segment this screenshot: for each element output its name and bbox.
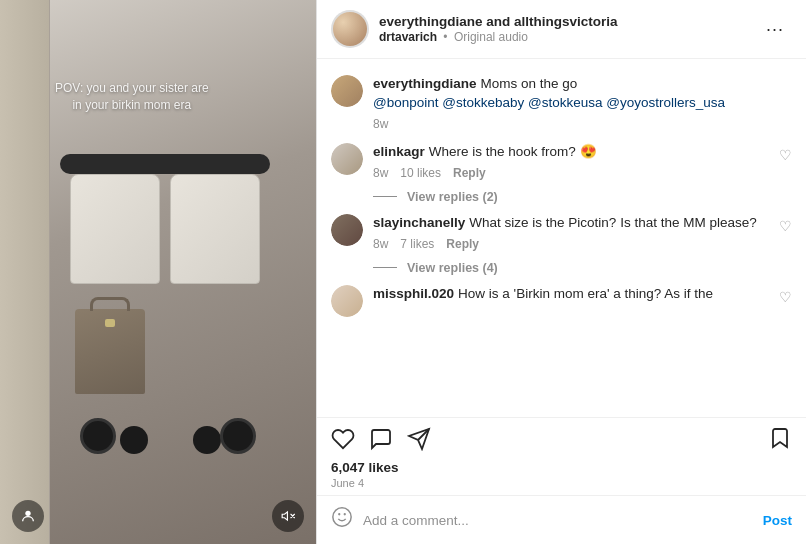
- sub-username[interactable]: drtavarich: [379, 30, 437, 44]
- profile-icon[interactable]: [12, 500, 44, 532]
- comment-content: missphil.020How is a 'Birkin mom era' a …: [373, 285, 792, 317]
- comment-avatar: [331, 214, 363, 246]
- like-comment-button[interactable]: ♡: [779, 218, 792, 234]
- comment-meta: 8w 10 likes Reply: [373, 166, 792, 180]
- comment-content: elinkagrWhere is the hook from? 😍 8w 10 …: [373, 143, 792, 180]
- comment-content: slayinchanellyWhat size is the Picotin? …: [373, 214, 792, 251]
- replies-line: [373, 196, 397, 197]
- comment-avatar: [331, 75, 363, 107]
- post-header: everythingdiane and allthingsvictoria dr…: [317, 0, 806, 59]
- mention-2[interactable]: @stokkebaby: [442, 95, 524, 110]
- emoji-button[interactable]: [331, 506, 353, 534]
- mention-4[interactable]: @yoyostrollers_usa: [606, 95, 725, 110]
- comment-time: 8w: [373, 166, 388, 180]
- likes-count: 6,047 likes: [331, 460, 792, 475]
- comment-text: slayinchanellyWhat size is the Picotin? …: [373, 214, 792, 233]
- comment-username[interactable]: missphil.020: [373, 286, 454, 301]
- comment-username[interactable]: elinkagr: [373, 144, 425, 159]
- comment-text: everythingdianeMoms on the go @bonpoint …: [373, 75, 792, 113]
- comment-content: everythingdianeMoms on the go @bonpoint …: [373, 75, 792, 131]
- comment-text: missphil.020How is a 'Birkin mom era' a …: [373, 285, 792, 304]
- comment-avatar: [331, 285, 363, 317]
- post-usernames: everythingdiane and allthingsvictoria: [379, 14, 758, 29]
- replies-line: [373, 267, 397, 268]
- comment-username[interactable]: slayinchanelly: [373, 215, 465, 230]
- like-comment-button[interactable]: ♡: [779, 147, 792, 163]
- comment-username[interactable]: everythingdiane: [373, 76, 477, 91]
- more-options-button[interactable]: ···: [758, 15, 792, 44]
- comment-item: elinkagrWhere is the hook from? 😍 8w 10 …: [317, 137, 806, 186]
- comment-text: elinkagrWhere is the hook from? 😍: [373, 143, 792, 162]
- like-button[interactable]: [331, 427, 355, 455]
- post-avatar: [331, 10, 369, 48]
- reply-button[interactable]: Reply: [446, 237, 479, 251]
- username1[interactable]: everythingdiane: [379, 14, 483, 29]
- post-sub: drtavarich • Original audio: [379, 30, 758, 44]
- audio-label[interactable]: Original audio: [454, 30, 528, 44]
- mention-1[interactable]: @bonpoint: [373, 95, 439, 110]
- comment-input-bar: Post: [317, 495, 806, 544]
- comment-avatar: [331, 143, 363, 175]
- comment-meta: 8w 7 likes Reply: [373, 237, 792, 251]
- action-icons: [331, 426, 792, 456]
- mute-icon[interactable]: [272, 500, 304, 532]
- comment-likes: 10 likes: [400, 166, 441, 180]
- username2[interactable]: allthingsvictoria: [514, 14, 618, 29]
- view-replies-text: View replies (2): [407, 190, 498, 204]
- svg-point-0: [25, 511, 30, 516]
- bookmark-button[interactable]: [768, 426, 792, 456]
- actions-bar: 6,047 likes June 4: [317, 417, 806, 495]
- comment-item: everythingdianeMoms on the go @bonpoint …: [317, 69, 806, 137]
- header-text: everythingdiane and allthingsvictoria dr…: [379, 14, 758, 44]
- comment-item: slayinchanellyWhat size is the Picotin? …: [317, 208, 806, 257]
- mention-3[interactable]: @stokkeusa: [528, 95, 603, 110]
- post-comment-button[interactable]: Post: [763, 513, 792, 528]
- view-replies-button[interactable]: View replies (2): [317, 186, 806, 208]
- view-replies-text: View replies (4): [407, 261, 498, 275]
- view-replies-button[interactable]: View replies (4): [317, 257, 806, 279]
- svg-point-3: [333, 508, 351, 526]
- comment-button[interactable]: [369, 427, 393, 455]
- post-image-panel: POV: you and your sister are in your bir…: [0, 0, 316, 544]
- reply-button[interactable]: Reply: [453, 166, 486, 180]
- post-date: June 4: [331, 477, 792, 489]
- comments-panel: everythingdiane and allthingsvictoria dr…: [316, 0, 806, 544]
- comment-time: 8w: [373, 117, 388, 131]
- stroller-image: [20, 104, 296, 484]
- comment-input[interactable]: [363, 513, 753, 528]
- share-button[interactable]: [407, 427, 431, 455]
- comment-time: 8w: [373, 237, 388, 251]
- comments-area: everythingdianeMoms on the go @bonpoint …: [317, 59, 806, 417]
- comment-likes: 7 likes: [400, 237, 434, 251]
- comment-item: missphil.020How is a 'Birkin mom era' a …: [317, 279, 806, 323]
- like-comment-button[interactable]: ♡: [779, 289, 792, 305]
- and-text: and: [483, 14, 515, 29]
- comment-meta: 8w: [373, 117, 792, 131]
